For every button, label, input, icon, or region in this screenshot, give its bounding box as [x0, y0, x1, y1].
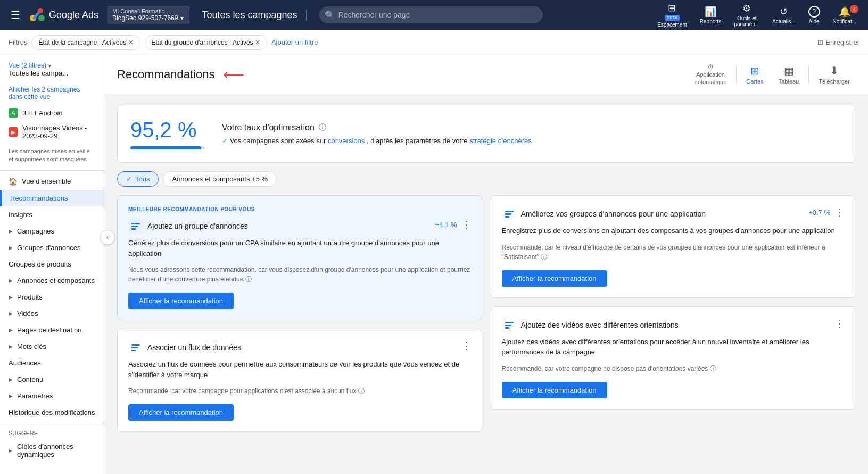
- featured-card-menu-icon[interactable]: ⋮: [461, 219, 471, 230]
- filters-label: Filtres: [9, 38, 27, 46]
- info-circle-icon[interactable]: ⓘ: [319, 123, 326, 132]
- sidebar-label-audiences: Audiences: [9, 359, 41, 367]
- second-card-header: Associer un flux de données ⋮: [128, 340, 471, 355]
- optimization-card: 95,2 % Votre taux d'optimisation ⓘ ✓ Vos…: [117, 105, 855, 163]
- sidebar-item-audiences[interactable]: Audiences: [0, 355, 104, 371]
- right-card-1-title: Améliorez vos groupes d'annonces pour un…: [502, 206, 706, 221]
- cartes-icon: ⊞: [750, 64, 759, 77]
- right-card-1-info-icon[interactable]: ⓘ: [541, 253, 547, 261]
- second-card-desc-info-icon[interactable]: ⓘ: [358, 387, 365, 395]
- sidebar-item-cibles-annonces[interactable]: ▶ Cibles d'annonces dynamiques: [0, 438, 104, 463]
- right-card-1-icon: [502, 206, 517, 221]
- chevron-left-icon: ‹: [106, 234, 109, 241]
- save-button[interactable]: ⊡ Enregistrer: [817, 38, 859, 46]
- right-card-2-btn[interactable]: Afficher la recommandation: [502, 382, 607, 398]
- topbar-action-rapports[interactable]: 📊 Rapports: [695, 4, 727, 27]
- svg-point-2: [38, 8, 43, 13]
- sidebar-label-groupes-annonces: Groupes d'annonces: [17, 244, 81, 252]
- page-title-row: Recommandations ⟵: [117, 66, 244, 84]
- sidebar-item-recommandations[interactable]: Recommandations: [0, 190, 104, 206]
- add-filter-button[interactable]: Ajouter un filtre: [271, 38, 318, 46]
- right-card-2-menu-icon[interactable]: ⋮: [834, 318, 844, 329]
- featured-card-desc-info-icon[interactable]: ⓘ: [245, 276, 252, 283]
- filter-chip-adgroup[interactable]: État du groupe d'annonces : Activés ×: [145, 35, 267, 50]
- sidebar-item-mots-cles[interactable]: ▶ Mots clés: [0, 338, 104, 355]
- right-card-1-btn[interactable]: Afficher la recommandation: [502, 270, 607, 287]
- sidebar-label-cibles-annonces: Cibles d'annonces dynamiques: [17, 443, 95, 459]
- sidebar-label-recommandations: Recommandations: [10, 194, 68, 202]
- topbar-action-espacement[interactable]: ⊞ BETA Espacement: [652, 0, 692, 30]
- sidebar-item-vue-ensemble[interactable]: 🏠 Vue d'ensemble: [0, 173, 104, 190]
- sidebar-header: Vue (2 filtres) ▾ Toutes les campa...: [0, 55, 104, 84]
- campaign-name-visionnages: Visionnages Videos - 2023-09-29: [22, 124, 95, 140]
- featured-card-body: Générez plus de conversions pour un CPA …: [128, 238, 471, 259]
- view-action-tableau[interactable]: ▦ Tableau: [773, 62, 805, 87]
- sidebar-campaign-3ht[interactable]: A 3 HT Android: [0, 105, 104, 121]
- right-card-1-desc: Recommandé, car le niveau d'efficacité d…: [502, 243, 845, 262]
- sidebar-view-sub: Toutes les campa...: [9, 69, 95, 77]
- sidebar-item-videos[interactable]: ▶ Vidéos: [0, 305, 104, 322]
- sidebar-item-contenu[interactable]: ▶ Contenu: [0, 371, 104, 388]
- chevron-right-cibles-icon: ▶: [9, 447, 13, 453]
- view-action-cartes[interactable]: ⊞ Cartes: [741, 62, 768, 87]
- outils-icon: ⚙: [742, 3, 751, 14]
- svg-rect-14: [505, 327, 509, 329]
- filter-chip-adgroup-remove[interactable]: ×: [255, 38, 260, 47]
- opt-score: 95,2 %: [130, 118, 205, 142]
- afficher-campagnes[interactable]: Afficher les 2 campagnes dans cette vue: [0, 84, 104, 105]
- sidebar-collapse-button[interactable]: ‹: [100, 230, 115, 245]
- view-action-telecharger[interactable]: ⬇ Télécharger: [813, 62, 855, 87]
- menu-icon[interactable]: ☰: [6, 4, 24, 26]
- right-card-2-info-icon[interactable]: ⓘ: [710, 365, 716, 372]
- filter-tab-tous[interactable]: ✓ Tous: [117, 171, 159, 187]
- sidebar-view-label: Vue (2 filtres): [9, 62, 46, 69]
- filter-tab-tous-label: Tous: [135, 175, 150, 183]
- filter-chip-campaign-remove[interactable]: ×: [128, 38, 133, 47]
- chevron-down-icon: ▾: [180, 14, 184, 22]
- topbar-action-outils[interactable]: ⚙ Outils etparamétr...: [729, 1, 765, 29]
- right-card-2-icon: [502, 318, 517, 332]
- topbar-action-actualiser[interactable]: ↺ Actualis...: [767, 4, 800, 27]
- sidebar-view-selector[interactable]: Vue (2 filtres) ▾: [9, 62, 95, 69]
- account-selector[interactable]: MLConseil Formatio... BlogSeo 929-507-76…: [107, 6, 189, 24]
- opt-progress-fill: [130, 146, 201, 149]
- opt-info: Votre taux d'optimisation ⓘ ✓ Vos campag…: [222, 123, 842, 145]
- sidebar-item-groupes-produits[interactable]: Groupes de produits: [0, 256, 104, 272]
- save-icon: ⊡: [817, 38, 823, 46]
- second-card-desc: Recommandé, car votre campagne pour appl…: [128, 386, 471, 396]
- filter-tab-annonces[interactable]: Annonces et composants +5 %: [163, 171, 277, 187]
- right-card-2-header: Ajoutez des vidéos avec différentes orie…: [502, 318, 845, 332]
- sidebar-item-parametres[interactable]: ▶ Paramètres: [0, 388, 104, 404]
- filter-chip-campaign[interactable]: État de la campagne : Activées ×: [31, 35, 140, 50]
- second-card-btn[interactable]: Afficher la recommandation: [128, 404, 234, 421]
- sidebar-item-groupes-annonces[interactable]: ▶ Groupes d'annonces: [0, 239, 104, 256]
- second-card-menu-icon[interactable]: ⋮: [461, 340, 471, 352]
- logo-text: Google Ads: [49, 10, 98, 21]
- sidebar-item-historique[interactable]: Historique des modifications: [0, 404, 104, 421]
- rapports-label: Rapports: [700, 19, 722, 24]
- home-icon: 🏠: [9, 177, 18, 186]
- sidebar-campaign-visionnages[interactable]: ▶ Visionnages Videos - 2023-09-29: [0, 121, 104, 143]
- sidebar-item-annonces[interactable]: ▶ Annonces et composants: [0, 272, 104, 289]
- right-card-1-menu-icon[interactable]: ⋮: [834, 206, 844, 218]
- featured-card-btn[interactable]: Afficher la recommandation: [128, 293, 234, 309]
- svg-rect-7: [131, 347, 138, 348]
- sidebar-item-produits[interactable]: ▶ Produits: [0, 289, 104, 305]
- data-flux-svg-icon: [130, 342, 141, 353]
- right-card-1-body: Enregistrez plus de conversions en ajout…: [502, 226, 845, 236]
- espacement-label: Espacement: [657, 22, 687, 28]
- sidebar-item-pages-destination[interactable]: ▶ Pages de destination: [0, 322, 104, 338]
- chevron-down-icon: ▾: [48, 63, 51, 69]
- search-input[interactable]: [319, 6, 543, 23]
- search-bar: 🔍: [319, 6, 543, 23]
- sidebar-divider-2: [0, 423, 104, 423]
- sidebar-item-insights[interactable]: Insights: [0, 206, 104, 223]
- sidebar-item-campagnes[interactable]: ▶ Campagnes: [0, 223, 104, 239]
- view-action-auto-app[interactable]: ⏱ Application automatique: [689, 62, 732, 87]
- topbar-action-notifications[interactable]: 🔔 4 Notificat...: [828, 4, 862, 27]
- opt-strategy-highlight: stratégie d'enchères: [469, 137, 532, 145]
- right-card-1-badge: +0,7 %: [808, 209, 830, 217]
- topbar-action-aide[interactable]: ? Aide: [803, 4, 825, 27]
- sidebar-label-insights: Insights: [9, 211, 32, 219]
- sidebar-label-videos: Vidéos: [17, 310, 38, 318]
